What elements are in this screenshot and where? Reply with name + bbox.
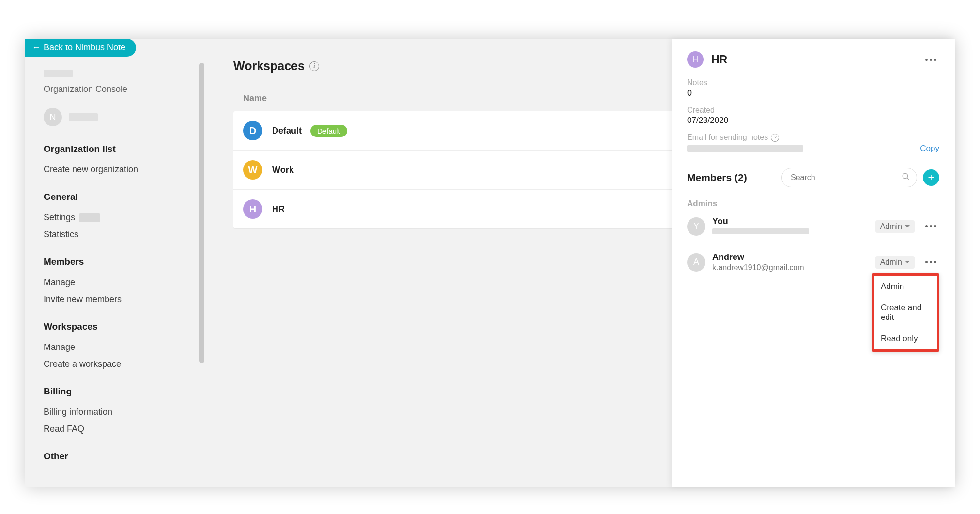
nav-heading: Billing [44,386,191,397]
nav-item-label: Settings [44,212,75,223]
scrollbar[interactable] [199,63,204,363]
nav-heading: General [44,192,191,202]
member-more-button[interactable] [922,258,939,266]
nav-heading: Members [44,257,191,267]
nav-item-label: Statistics [44,229,78,240]
sidebar-content: Organization Console N Organization list… [25,39,204,462]
email-redacted [687,145,803,152]
workspace-avatar: D [243,121,262,140]
panel-avatar: H [687,51,704,68]
nav-section: GeneralSettingsStatistics [44,192,191,243]
member-more-button[interactable] [922,222,939,230]
nav-item[interactable]: Statistics [44,226,191,243]
members-header: Members (2) + [687,168,939,187]
svg-point-0 [903,173,908,179]
role-label: Admin [880,258,902,267]
member-avatar: A [687,253,705,272]
role-selector[interactable]: Admin [875,256,915,269]
back-button-label: Back to Nimbus Note [44,43,125,53]
search-input[interactable] [781,168,917,187]
workspace-name: HR [272,204,285,214]
nav-item[interactable]: Invite new members [44,291,191,308]
member-name: You [712,216,875,227]
back-button[interactable]: ← Back to Nimbus Note [25,39,136,57]
member-name: Andrew [712,252,875,262]
nav-section: WorkspacesManageCreate a workspace [44,321,191,373]
page-title: Workspaces [233,59,305,73]
dropdown-item[interactable]: Admin [874,276,937,297]
nav-item-label: Billing information [44,407,112,417]
copy-link[interactable]: Copy [920,144,939,153]
created-value: 07/23/2020 [687,116,939,125]
add-member-button[interactable]: + [923,169,939,186]
svg-line-1 [907,178,909,180]
role-dropdown: AdminCreate and editRead only [872,273,939,352]
arrow-left-icon: ← [32,43,41,53]
current-user-row[interactable]: N [44,108,191,126]
nav-item[interactable]: Billing information [44,404,191,421]
nav-item[interactable]: Manage [44,274,191,291]
email-label: Email for sending notes [687,133,768,142]
sidebar: ← Back to Nimbus Note Organization Conso… [25,39,204,487]
new-badge [79,213,100,222]
help-icon[interactable]: ? [771,134,779,142]
console-label: Organization Console [44,84,191,94]
nav-item-label: Manage [44,277,75,287]
nav-item[interactable]: Read FAQ [44,421,191,438]
member-email: k.andrew1910@gmail.com [712,263,875,272]
chevron-down-icon [905,261,910,263]
nav-item[interactable]: Create a workspace [44,356,191,373]
admins-label: Admins [687,199,939,209]
notes-value: 0 [687,88,939,98]
members-title: Members (2) [687,172,747,183]
panel-header: H HR [687,51,939,68]
nav-item[interactable]: Settings [44,209,191,226]
role-label: Admin [880,222,902,231]
panel-title: HR [711,53,727,66]
nav-item[interactable]: Create new organization [44,161,191,178]
user-name-redacted [69,113,98,121]
workspace-avatar: H [243,199,262,219]
nav-section: Organization listCreate new organization [44,144,191,178]
nav-section: Other [44,451,191,462]
detail-panel: H HR Notes 0 Created 07/23/2020 Email fo… [672,39,955,487]
nav-heading: Other [44,451,191,462]
nav-item-label: Create new organization [44,165,138,175]
user-avatar: N [44,108,62,126]
workspace-name: Work [272,165,294,175]
nav-item-label: Invite new members [44,294,122,304]
nav-heading: Workspaces [44,321,191,332]
member-avatar: Y [687,217,705,236]
panel-more-button[interactable] [922,56,939,64]
workspace-name: Default [272,126,302,136]
dropdown-item[interactable]: Create and edit [874,297,937,328]
workspace-avatar: W [243,160,262,180]
nav-section: MembersManageInvite new members [44,257,191,308]
chevron-down-icon [905,225,910,227]
org-name-redacted [44,70,73,77]
meta-block: Notes 0 Created 07/23/2020 Email for sen… [687,78,939,153]
created-label: Created [687,106,939,115]
email-label-row: Email for sending notes ? [687,133,939,142]
nav-item-label: Read FAQ [44,424,84,434]
nav-item[interactable]: Manage [44,339,191,356]
nav-item-label: Create a workspace [44,359,121,369]
notes-label: Notes [687,78,939,87]
role-selector[interactable]: Admin [875,220,915,233]
info-icon[interactable]: i [309,61,319,71]
member-row: YYouAdmin [687,209,939,244]
nav-item-label: Manage [44,342,75,352]
members-list: YYouAdminAAndrewk.andrew1910@gmail.comAd… [687,209,939,280]
dropdown-item[interactable]: Read only [874,328,937,349]
search-icon [902,172,910,183]
nav: Organization listCreate new organization… [44,144,191,462]
search-wrap [781,168,917,187]
member-row: AAndrewk.andrew1910@gmail.comAdminAdminC… [687,244,939,280]
nav-heading: Organization list [44,144,191,154]
member-email-redacted [712,228,809,234]
nav-section: BillingBilling informationRead FAQ [44,386,191,438]
default-badge: Default [310,125,347,137]
